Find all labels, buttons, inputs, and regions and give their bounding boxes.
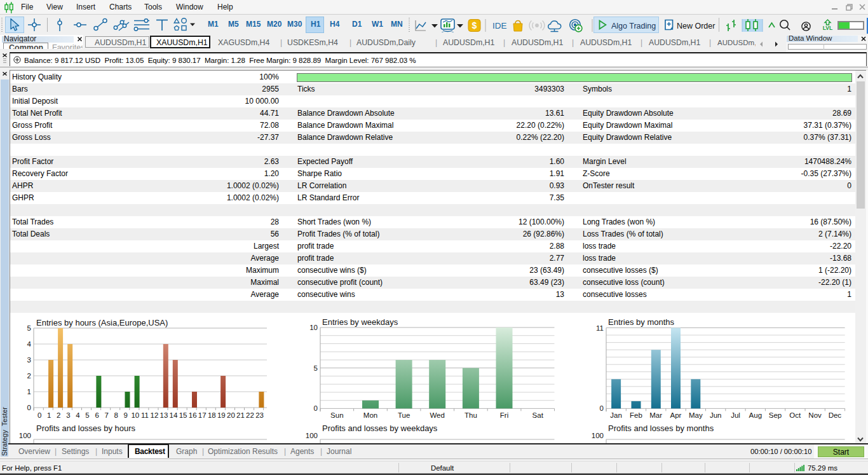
svg-text:20: 20 xyxy=(227,411,235,419)
svg-text:10: 10 xyxy=(131,411,139,419)
svg-text:Sep: Sep xyxy=(769,411,782,419)
svg-text:100: 100 xyxy=(19,432,31,439)
svg-text:11: 11 xyxy=(141,411,149,419)
svg-text:Apr: Apr xyxy=(670,411,682,419)
svg-text:15: 15 xyxy=(179,411,187,419)
svg-text:5: 5 xyxy=(314,364,318,372)
svg-text:IDE: IDE xyxy=(492,21,507,31)
svg-text:17: 17 xyxy=(198,411,207,419)
svg-text:9: 9 xyxy=(123,411,127,419)
svg-text:LVL: LVL xyxy=(823,25,832,31)
svg-text:3: 3 xyxy=(66,411,70,419)
svg-text:2: 2 xyxy=(57,411,60,419)
svg-text:12: 12 xyxy=(151,411,159,419)
svg-text:21: 21 xyxy=(236,411,245,419)
svg-text:Sat: Sat xyxy=(532,411,544,419)
svg-text:Mar: Mar xyxy=(649,411,662,419)
svg-text:18: 18 xyxy=(208,411,216,419)
svg-text:Fri: Fri xyxy=(500,411,508,419)
svg-text:5: 5 xyxy=(27,324,31,332)
svg-text:7: 7 xyxy=(104,411,108,419)
svg-text:0: 0 xyxy=(37,411,41,419)
svg-text:Sun: Sun xyxy=(330,411,343,419)
svg-text:Tue: Tue xyxy=(398,411,410,419)
svg-text:May: May xyxy=(689,411,703,419)
svg-text:10: 10 xyxy=(309,324,318,331)
svg-text:Aug: Aug xyxy=(749,411,762,419)
svg-text:0: 0 xyxy=(27,404,31,411)
svg-text:0: 0 xyxy=(600,404,604,412)
svg-text:4: 4 xyxy=(76,411,80,419)
svg-text:14: 14 xyxy=(170,411,178,419)
svg-text:Entries by hours (Asia,Europe,: Entries by hours (Asia,Europe,USA) xyxy=(36,318,168,327)
svg-text:Profits and losses by weekdays: Profits and losses by weekdays xyxy=(322,423,438,433)
svg-text:11: 11 xyxy=(596,324,604,332)
svg-text:19: 19 xyxy=(217,411,226,419)
svg-text:Thu: Thu xyxy=(465,411,477,419)
svg-text:Dec: Dec xyxy=(829,411,842,419)
svg-text:8: 8 xyxy=(114,411,118,419)
svg-text:Profits and losses by months: Profits and losses by months xyxy=(608,423,714,433)
svg-text:Jul: Jul xyxy=(731,411,740,419)
svg-text:Entries by weekdays: Entries by weekdays xyxy=(322,317,398,327)
svg-text:Jun: Jun xyxy=(710,411,722,419)
svg-text:0: 0 xyxy=(314,404,318,412)
svg-text:100: 100 xyxy=(592,432,604,439)
svg-text:Nov: Nov xyxy=(808,411,822,419)
svg-text:16: 16 xyxy=(189,411,197,419)
svg-text:2: 2 xyxy=(27,372,31,380)
svg-text:Oct: Oct xyxy=(789,411,801,419)
svg-text:13: 13 xyxy=(160,411,168,419)
svg-text:23: 23 xyxy=(255,411,264,419)
svg-text:1: 1 xyxy=(27,388,31,396)
svg-text:22: 22 xyxy=(246,411,254,419)
svg-text:1: 1 xyxy=(47,411,51,419)
svg-text:Jan: Jan xyxy=(610,411,622,419)
svg-text:Entries by months: Entries by months xyxy=(608,317,675,327)
svg-text:Wed: Wed xyxy=(430,411,444,419)
svg-text:Feb: Feb xyxy=(630,411,642,419)
svg-text:Profits and losses by hours: Profits and losses by hours xyxy=(36,423,136,433)
svg-text:3: 3 xyxy=(27,356,31,364)
svg-text:100: 100 xyxy=(306,432,318,439)
svg-text:5: 5 xyxy=(85,411,89,419)
svg-text:4: 4 xyxy=(27,340,32,348)
svg-text:$: $ xyxy=(472,20,477,31)
svg-text:Mon: Mon xyxy=(363,411,377,419)
svg-text:6: 6 xyxy=(95,411,98,419)
